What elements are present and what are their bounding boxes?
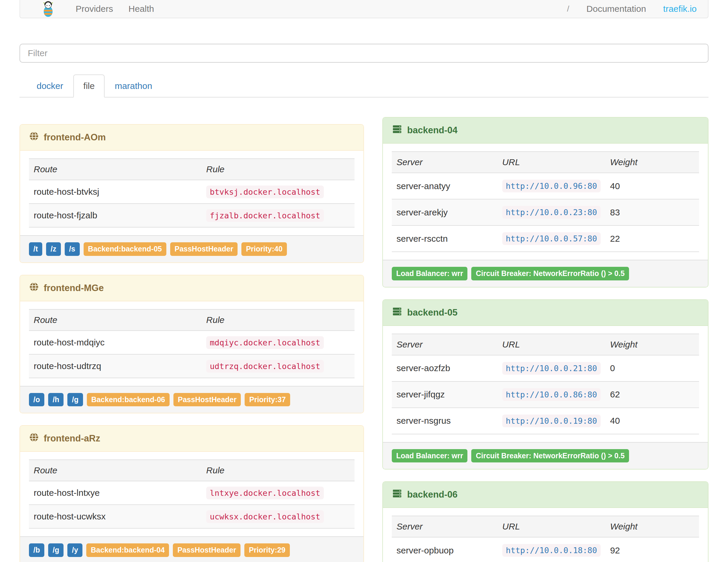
route-name: route-host-udtrzq bbox=[29, 354, 201, 378]
routes-table-header-row: Route Rule bbox=[29, 309, 355, 331]
route-row: route-host-lntxye lntxye.docker.localhos… bbox=[29, 481, 355, 505]
column-header-url: URL bbox=[498, 334, 605, 355]
server-row: server-aozfzb http://10.0.0.21:80 0 bbox=[392, 355, 699, 381]
backend-panel-heading: backend-04 bbox=[383, 118, 708, 144]
server-row: server-rscctn http://10.0.0.57:80 22 bbox=[392, 225, 699, 252]
frontend-panel-heading: frontend-AOm bbox=[20, 125, 363, 151]
path-badge: /b bbox=[29, 543, 44, 557]
server-url-link[interactable]: http://10.0.0.23:80 bbox=[502, 206, 601, 219]
servers-table-header-row: Server URL Weight bbox=[392, 152, 699, 173]
backend-panel-heading: backend-05 bbox=[383, 300, 708, 326]
server-weight: 22 bbox=[605, 225, 699, 252]
server-name: server-opbuop bbox=[392, 537, 498, 562]
backend-panel-footer: Load Balancer: wrr Circuit Breaker: Netw… bbox=[383, 442, 708, 469]
backend-panel-04: backend-04 Server URL Weight bbox=[382, 117, 709, 288]
panels-area: frontend-AOm Route Rule route-host-btvk bbox=[19, 117, 709, 562]
column-header-route: Route bbox=[29, 460, 201, 481]
frontend-panel-footer: /o /h /g Backend:backend-06 PassHostHead… bbox=[20, 386, 363, 413]
globe-icon bbox=[29, 131, 39, 144]
server-url-link[interactable]: http://10.0.0.21:80 bbox=[502, 362, 601, 375]
column-header-weight: Weight bbox=[605, 516, 699, 537]
route-row: route-host-fjzalb fjzalb.docker.localhos… bbox=[29, 204, 355, 227]
path-badge: /g bbox=[67, 393, 83, 407]
frontend-panel-footer: /b /g /y Backend:backend-04 PassHostHead… bbox=[20, 536, 363, 562]
load-balancer-badge: Load Balancer: wrr bbox=[392, 449, 467, 463]
priority-badge: Priority:40 bbox=[241, 242, 287, 256]
frontend-panel-heading: frontend-aRz bbox=[20, 426, 363, 452]
column-header-server: Server bbox=[392, 516, 498, 537]
backend-panel-06: backend-06 Server URL Weight bbox=[382, 481, 709, 562]
server-url-link[interactable]: http://10.0.0.57:80 bbox=[502, 232, 601, 245]
nav-link-providers[interactable]: Providers bbox=[76, 4, 113, 14]
frontends-column: frontend-AOm Route Rule route-host-btvk bbox=[19, 117, 364, 562]
nav-link-documentation[interactable]: Documentation bbox=[586, 4, 646, 14]
navbar-right: / Documentation traefik.io bbox=[567, 4, 697, 14]
backend-title: backend-04 bbox=[407, 125, 458, 136]
rule-host-code: btvksj.docker.localhost bbox=[206, 186, 324, 198]
column-header-rule: Rule bbox=[201, 159, 355, 180]
rule-host-code: mdqiyc.docker.localhost bbox=[206, 336, 324, 349]
circuit-breaker-badge: Circuit Breaker: NetworkErrorRatio () > … bbox=[471, 449, 629, 463]
server-row: server-arekjy http://10.0.0.23:80 83 bbox=[392, 199, 699, 225]
routes-table: Route Rule route-host-btvksj btvksj.dock… bbox=[29, 158, 355, 228]
servers-table: Server URL Weight server-anatyy http://1… bbox=[392, 151, 699, 252]
traefik-logo-icon[interactable] bbox=[41, 1, 55, 17]
frontend-title: frontend-MGe bbox=[44, 283, 104, 293]
backend-panel-05: backend-05 Server URL Weight bbox=[382, 299, 709, 470]
server-url-link[interactable]: http://10.0.0.19:80 bbox=[502, 415, 601, 427]
rule-host-code: lntxye.docker.localhost bbox=[206, 487, 324, 499]
server-name: server-nsgrus bbox=[392, 408, 498, 434]
server-weight: 0 bbox=[605, 355, 699, 381]
column-header-url: URL bbox=[498, 152, 605, 173]
globe-icon bbox=[29, 432, 39, 445]
server-url-link[interactable]: http://10.0.0.96:80 bbox=[502, 180, 601, 192]
server-icon bbox=[392, 306, 402, 319]
rule-host-code: fjzalb.docker.localhost bbox=[206, 209, 324, 222]
route-name: route-host-btvksj bbox=[29, 180, 201, 204]
frontend-panel-body: Route Rule route-host-mdqiyc mdqiyc.dock… bbox=[20, 301, 363, 386]
column-header-server: Server bbox=[392, 152, 498, 173]
backend-title: backend-05 bbox=[407, 307, 458, 318]
rule-host-code: udtrzq.docker.localhost bbox=[206, 360, 324, 373]
navbar-left: Providers Health bbox=[41, 1, 154, 17]
server-name: server-anatyy bbox=[392, 173, 498, 199]
server-weight: 40 bbox=[605, 173, 699, 199]
backend-ref-badge: Backend:backend-04 bbox=[86, 543, 169, 557]
path-badge: /s bbox=[65, 242, 80, 256]
column-header-weight: Weight bbox=[605, 334, 699, 355]
passhostheader-badge: PassHostHeader bbox=[173, 393, 241, 407]
route-row: route-host-udtrzq udtrzq.docker.localhos… bbox=[29, 354, 355, 378]
path-badge: /h bbox=[48, 393, 64, 407]
route-row: route-host-btvksj btvksj.docker.localhos… bbox=[29, 180, 355, 204]
priority-badge: Priority:37 bbox=[245, 393, 290, 407]
nav-link-health[interactable]: Health bbox=[129, 4, 154, 14]
filter-input[interactable] bbox=[19, 44, 709, 63]
backend-ref-badge: Backend:backend-05 bbox=[84, 242, 166, 256]
tab-docker[interactable]: docker bbox=[27, 74, 73, 98]
server-url-link[interactable]: http://10.0.0.18:80 bbox=[502, 544, 601, 557]
backends-column: backend-04 Server URL Weight bbox=[382, 117, 709, 562]
backend-panel-footer: Load Balancer: wrr Circuit Breaker: Netw… bbox=[383, 260, 708, 287]
passhostheader-badge: PassHostHeader bbox=[173, 543, 241, 557]
provider-tabs: docker file marathon bbox=[19, 74, 709, 98]
backend-ref-badge: Backend:backend-06 bbox=[87, 393, 170, 407]
servers-table-header-row: Server URL Weight bbox=[392, 334, 699, 355]
servers-table-header-row: Server URL Weight bbox=[392, 516, 699, 537]
server-row: server-jifqgz http://10.0.0.86:80 62 bbox=[392, 381, 699, 408]
path-badge: /y bbox=[67, 543, 82, 557]
path-badge: /t bbox=[29, 242, 42, 256]
server-row: server-anatyy http://10.0.0.96:80 40 bbox=[392, 173, 699, 199]
server-url-link[interactable]: http://10.0.0.86:80 bbox=[502, 388, 601, 401]
path-badge: /g bbox=[48, 543, 64, 557]
tab-file[interactable]: file bbox=[73, 74, 105, 98]
server-weight: 83 bbox=[605, 199, 699, 225]
servers-table: Server URL Weight server-opbuop http://1… bbox=[392, 516, 699, 562]
globe-icon bbox=[29, 282, 39, 294]
frontend-panel-MGe: frontend-MGe Route Rule route-host-mdqi bbox=[19, 275, 364, 414]
frontend-panel-body: Route Rule route-host-btvksj btvksj.dock… bbox=[20, 151, 363, 235]
tab-marathon[interactable]: marathon bbox=[105, 74, 162, 98]
backend-panel-body: Server URL Weight server-anatyy http://1… bbox=[383, 144, 708, 260]
route-name: route-host-fjzalb bbox=[29, 204, 201, 227]
server-icon bbox=[392, 124, 402, 137]
nav-link-traefik-io[interactable]: traefik.io bbox=[663, 4, 697, 14]
